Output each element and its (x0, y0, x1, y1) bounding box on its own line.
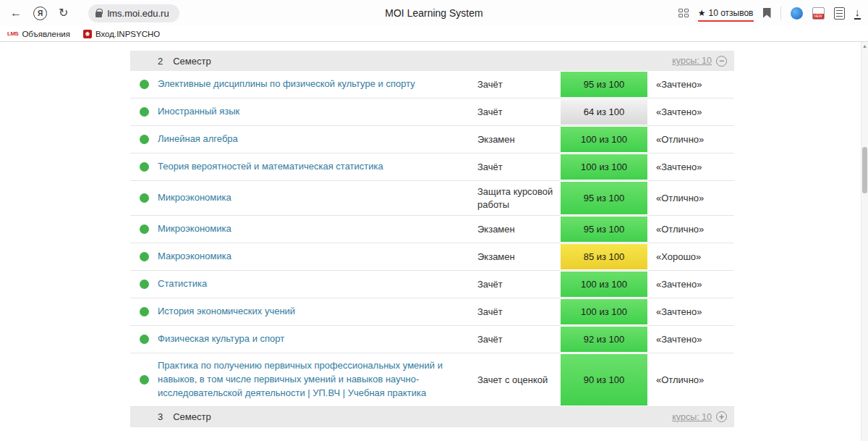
grade-text: «Отлично» (647, 353, 734, 406)
scrollbar-thumb[interactable] (862, 147, 867, 193)
back-button-icon[interactable]: ← (10, 7, 22, 19)
course-link[interactable]: Статистика (158, 277, 207, 291)
bookmark-flag-icon[interactable] (763, 8, 771, 18)
semester-header-controls: курсы: 10 + (672, 411, 727, 422)
course-link[interactable]: История экономических учений (158, 305, 295, 319)
grade-text: «Зачтено» (647, 298, 734, 325)
semester-header-3: 3 Семестр курсы: 10 + (130, 407, 734, 427)
course-name-cell: Микроэкономика (158, 181, 477, 215)
score-badge: 85 из 100 (561, 244, 647, 269)
course-link[interactable]: Макроэкономика (158, 250, 231, 264)
status-dot-cell (130, 271, 158, 298)
assessment-type: Зачёт (477, 298, 561, 325)
bookmark-inpsycho-login[interactable]: Вход.INPSYCHO (83, 30, 160, 38)
course-link[interactable]: Элективные дисциплины по физической куль… (158, 77, 415, 91)
status-dot-icon (140, 135, 149, 144)
star-icon: ★ (698, 8, 706, 18)
score-cell: 100 из 100 (561, 126, 647, 153)
address-bar[interactable]: lms.moi.edu.ru (88, 4, 179, 22)
score-cell: 95 из 100 (561, 216, 647, 243)
status-dot-icon (140, 280, 149, 289)
score-cell: 64 из 100 (561, 98, 647, 125)
score-badge: 95 из 100 (561, 72, 647, 97)
course-link[interactable]: Линейная алгебра (158, 133, 238, 146)
score-badge: 64 из 100 (561, 99, 647, 125)
nav-button-group: ← Я ↻ lms.moi.edu.ru (0, 4, 179, 22)
assessment-type: Зачёт (477, 271, 561, 298)
table-row: Теория вероятностей и математическая ста… (130, 154, 734, 181)
page-scrollbar[interactable]: ▲ (861, 42, 868, 441)
status-dot-icon (140, 252, 149, 261)
status-dot-icon (140, 224, 149, 234)
assessment-type: Зачёт (477, 98, 561, 125)
grade-text: «Отлично» (647, 126, 734, 153)
shield-favicon (83, 30, 92, 38)
assessment-type: Экзамен (477, 126, 561, 153)
bookmark-announcements[interactable]: LMS Объявления (7, 30, 70, 38)
reviews-rating[interactable]: ★ 10 отзывов (698, 8, 754, 22)
grade-text: «Зачтено» (647, 71, 734, 98)
grade-text: «Отлично» (647, 216, 734, 243)
extension-calendar-icon[interactable] (812, 7, 825, 20)
section-expand-icon[interactable]: + (716, 411, 727, 422)
course-link[interactable]: Иностранный язык (158, 105, 239, 119)
course-link[interactable]: Теория вероятностей и математическая ста… (158, 160, 383, 174)
semester-title: Семестр (173, 56, 210, 67)
grade-text: «Зачтено» (647, 326, 734, 353)
reviews-count-text[interactable]: 10 отзывов (708, 8, 753, 18)
score-badge: 100 из 100 (561, 299, 647, 324)
assessment-type: Экзамен (477, 216, 561, 243)
status-dot-icon (140, 335, 149, 344)
score-badge: 100 из 100 (561, 127, 647, 152)
score-badge: 95 из 100 (561, 217, 647, 242)
bookmark-label[interactable]: Вход.INPSYCHO (95, 30, 160, 38)
extension-notes-icon[interactable] (834, 7, 845, 20)
course-name-cell: Микроэкономика (158, 216, 477, 243)
status-dot-icon (140, 375, 149, 385)
course-link[interactable]: Микроэкономика (158, 191, 231, 205)
lms-favicon: LMS (7, 30, 18, 37)
url-text[interactable]: lms.moi.edu.ru (107, 8, 169, 19)
assessment-type: Зачёт (477, 326, 561, 353)
grade-text: «Хорошо» (647, 243, 734, 270)
course-link[interactable]: Микроэкономика (158, 222, 231, 236)
scrollbar-up-arrow-icon[interactable]: ▲ (862, 43, 867, 49)
grade-text: «Отлично» (647, 181, 734, 215)
score-badge: 95 из 100 (561, 182, 647, 214)
status-dot-cell (130, 216, 158, 243)
status-dot-icon (140, 307, 149, 316)
refresh-icon[interactable]: ↻ (59, 7, 68, 19)
status-dot-icon (140, 107, 149, 117)
course-name-cell: Статистика (158, 271, 477, 298)
score-cell: 90 из 100 (561, 353, 647, 406)
semester-number: 3 (158, 411, 163, 422)
score-text: 100 из 100 (581, 161, 627, 172)
bookmark-label[interactable]: Объявления (22, 30, 70, 38)
table-row: Практика по получению первичных професси… (130, 353, 734, 407)
status-dot-cell (130, 243, 158, 270)
section-collapse-icon[interactable]: − (716, 56, 727, 67)
page-content: 2 Семестр курсы: 10 − Элективные дисципл… (0, 42, 868, 441)
browser-logo-icon[interactable]: Я (33, 7, 47, 20)
assessment-type: Зачёт (477, 154, 561, 180)
table-row: Линейная алгебра Экзамен 100 из 100 «Отл… (130, 126, 734, 154)
courses-count-link[interactable]: курсы: 10 (672, 56, 712, 66)
table-row: Физическая культура и спорт Зачёт 92 из … (130, 326, 734, 353)
score-text: 100 из 100 (581, 134, 627, 145)
score-text: 85 из 100 (584, 251, 625, 262)
course-name-cell: История экономических учений (158, 298, 477, 325)
score-text: 92 из 100 (584, 334, 625, 345)
status-dot-cell (130, 71, 158, 98)
score-cell: 95 из 100 (561, 71, 647, 98)
tiles-icon[interactable] (678, 9, 689, 17)
table-row: Элективные дисциплины по физической куль… (130, 71, 734, 98)
toolbar-divider (780, 7, 781, 20)
course-link[interactable]: Практика по получению первичных професси… (158, 359, 453, 400)
course-link[interactable]: Физическая культура и спорт (158, 332, 284, 346)
score-badge: 92 из 100 (561, 327, 647, 352)
downloads-icon[interactable]: ↓ (854, 7, 861, 20)
score-text: 95 из 100 (584, 79, 625, 90)
assessment-type: Зачет с оценкой (477, 353, 561, 406)
extension-globe-icon[interactable] (791, 7, 803, 20)
courses-count-link[interactable]: курсы: 10 (672, 412, 712, 422)
